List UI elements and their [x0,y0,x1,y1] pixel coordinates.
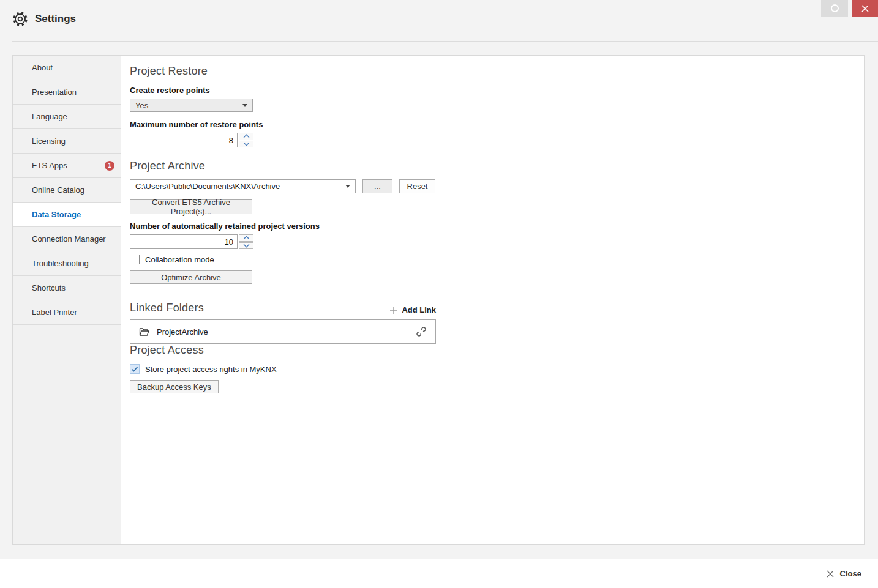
reset-button[interactable]: Reset [399,179,435,193]
plus-icon [389,306,398,314]
broken-link-icon[interactable] [416,326,427,337]
spin-up-button[interactable] [239,133,253,140]
project-archive-heading: Project Archive [130,160,205,173]
create-restore-points-value: Yes [135,101,148,110]
retained-versions-label: Number of automatically retained project… [130,221,320,231]
browse-button[interactable]: ... [362,179,392,193]
close-x-icon [826,570,835,578]
retained-versions-stepper [130,234,253,249]
chevron-down-icon [345,185,350,188]
sidebar-item-label: Shortcuts [32,283,66,292]
sidebar-item-licensing[interactable]: Licensing [13,129,121,154]
settings-panel: About Presentation Language Licensing ET… [12,55,865,545]
sidebar-item-online-catalog[interactable]: Online Catalog [13,178,121,203]
sidebar-item-label: Presentation [32,87,77,97]
sidebar-item-shortcuts[interactable]: Shortcuts [13,276,121,300]
page-title: Settings [35,13,76,25]
footer-bar: Close [0,559,878,588]
data-storage-content: Project Restore Create restore points Ye… [121,56,864,544]
convert-ets5-archive-button[interactable]: Convert ETS5 Archive Project(s)... [130,199,252,214]
max-restore-points-label: Maximum number of restore points [130,120,263,129]
store-rights-row: Store project access rights in MyKNX [130,364,277,374]
settings-gear-icon [12,11,28,27]
sidebar-item-ets-apps[interactable]: ETS Apps 1 [13,154,121,178]
titlebar: Settings [0,0,878,41]
linked-folder-row[interactable]: ProjectArchive [130,319,436,344]
sidebar-item-label: Data Storage [32,210,81,219]
store-rights-label: Store project access rights in MyKNX [145,365,277,374]
spin-up-button[interactable] [239,234,253,242]
close-icon [861,4,869,13]
add-link-label: Add Link [402,305,436,314]
store-rights-checkbox[interactable] [130,364,140,374]
sidebar-item-language[interactable]: Language [13,105,121,129]
project-access-heading: Project Access [130,344,204,357]
sidebar-item-label: Connection Manager [32,234,106,244]
sidebar-item-data-storage[interactable]: Data Storage [13,203,121,227]
sidebar-item-label: ETS Apps [32,161,67,170]
collaboration-mode-label: Collaboration mode [145,255,214,264]
chevron-down-icon [242,104,247,107]
retained-versions-input[interactable] [130,234,238,249]
max-restore-points-stepper [130,133,253,147]
close-label: Close [840,569,861,578]
header-divider [12,41,878,42]
sidebar-item-label: Licensing [32,136,66,146]
archive-path-select[interactable]: C:\Users\Public\Documents\KNX\Archive [130,179,356,193]
collaboration-mode-checkbox[interactable] [130,255,140,264]
circle-icon [831,4,839,12]
create-restore-points-select[interactable]: Yes [130,99,253,112]
titlebar-close-button[interactable] [852,0,878,17]
linked-folder-name: ProjectArchive [157,327,208,337]
project-restore-heading: Project Restore [130,65,208,78]
linked-folders-header: Linked Folders Add Link [130,302,436,314]
add-link-button[interactable]: Add Link [389,305,436,314]
close-button[interactable]: Close [826,569,861,578]
sidebar-item-label: Label Printer [32,308,77,317]
archive-path-value: C:\Users\Public\Documents\KNX\Archive [135,182,280,191]
sidebar-item-label: About [32,63,53,72]
archive-path-row: C:\Users\Public\Documents\KNX\Archive ..… [130,179,435,193]
sidebar-item-label-printer[interactable]: Label Printer [13,300,121,325]
spin-down-button[interactable] [239,242,253,250]
optimize-archive-button[interactable]: Optimize Archive [130,270,252,284]
folder-open-icon [139,327,149,337]
sidebar-item-label: Online Catalog [32,185,84,195]
backup-access-keys-button[interactable]: Backup Access Keys [130,380,219,393]
sidebar-item-troubleshooting[interactable]: Troubleshooting [13,251,121,276]
collaboration-mode-row: Collaboration mode [130,255,214,264]
linked-folders-heading: Linked Folders [130,302,204,314]
spin-down-button[interactable] [239,141,253,148]
max-restore-points-input[interactable] [130,133,238,147]
sidebar-item-connection-manager[interactable]: Connection Manager [13,227,121,251]
settings-sidebar: About Presentation Language Licensing ET… [13,56,121,544]
sidebar-item-label: Language [32,112,67,121]
sidebar-item-label: Troubleshooting [32,259,89,268]
sidebar-item-presentation[interactable]: Presentation [13,80,121,105]
sidebar-item-about[interactable]: About [13,56,121,80]
titlebar-secondary-button[interactable] [821,0,848,17]
create-restore-points-label: Create restore points [130,86,210,95]
notification-badge: 1 [105,161,114,171]
